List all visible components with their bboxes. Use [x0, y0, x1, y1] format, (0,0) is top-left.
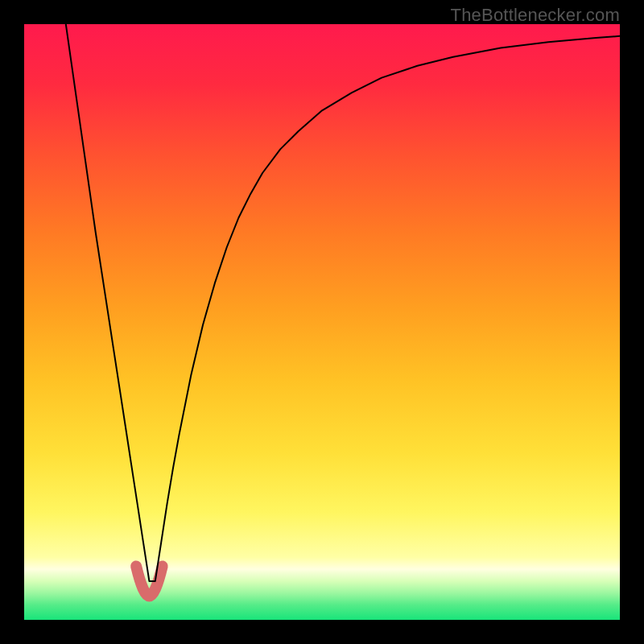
curve-layer: [24, 24, 620, 620]
chart-frame: TheBottlenecker.com: [0, 0, 644, 644]
bottleneck-curve: [66, 24, 620, 581]
watermark-text: TheBottlenecker.com: [451, 5, 620, 26]
plot-area: [24, 24, 620, 620]
